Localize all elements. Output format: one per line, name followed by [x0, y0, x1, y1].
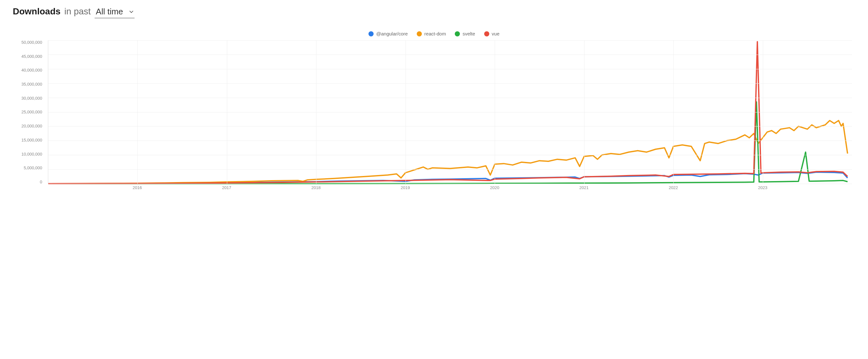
series-line-vue[interactable] [48, 41, 847, 184]
x-axis: 20162017201820192020202120222023 [48, 185, 852, 194]
gridline-horizontal [48, 40, 852, 40]
time-range-dropdown[interactable]: All time [95, 7, 134, 18]
legend-label: svelte [462, 31, 475, 36]
chart-area: 50,000,00045,000,00040,000,00035,000,000… [13, 40, 855, 194]
legend-label: react-dom [425, 31, 446, 36]
gridline-horizontal [48, 69, 852, 69]
legend-label: @angular/core [376, 31, 408, 36]
legend-dot-icon [455, 31, 460, 36]
title-sub: in past [64, 6, 91, 17]
x-tick-label: 2021 [580, 185, 589, 190]
legend-item-angular[interactable]: @angular/core [369, 31, 408, 36]
x-tick-label: 2017 [222, 185, 231, 190]
y-tick-label: 0 [40, 180, 42, 184]
y-tick-label: 10,000,000 [22, 152, 42, 156]
y-tick-label: 5,000,000 [24, 166, 42, 170]
legend-dot-icon [484, 31, 489, 36]
legend-item-svelte[interactable]: svelte [455, 31, 475, 36]
chart-legend: @angular/core react-dom svelte vue [13, 31, 855, 36]
x-tick-label: 2022 [669, 185, 678, 190]
gridline-horizontal [48, 155, 852, 155]
x-tick-label: 2019 [401, 185, 410, 190]
x-tick-label: 2018 [311, 185, 320, 190]
gridline-horizontal [48, 98, 852, 98]
legend-dot-icon [417, 31, 422, 36]
series-line-svelte[interactable] [48, 102, 847, 184]
legend-item-react-dom[interactable]: react-dom [417, 31, 446, 36]
y-tick-label: 30,000,000 [22, 96, 42, 100]
title-strong: Downloads [13, 6, 60, 17]
legend-item-vue[interactable]: vue [484, 31, 499, 36]
y-tick-label: 25,000,000 [22, 110, 42, 114]
gridline-horizontal [48, 140, 852, 141]
y-axis: 50,000,00045,000,00040,000,00035,000,000… [13, 40, 45, 184]
gridline-horizontal [48, 169, 852, 170]
y-tick-label: 20,000,000 [22, 124, 42, 128]
y-tick-label: 50,000,000 [22, 40, 42, 44]
y-tick-label: 45,000,000 [22, 54, 42, 59]
chart-header: Downloads in past All time [13, 6, 855, 18]
chevron-down-icon [129, 10, 133, 13]
gridline-horizontal [48, 112, 852, 112]
x-tick-label: 2023 [758, 185, 767, 190]
legend-label: vue [492, 31, 499, 36]
gridline-horizontal [48, 55, 852, 55]
plot-region[interactable] [48, 40, 852, 184]
y-tick-label: 15,000,000 [22, 138, 42, 142]
x-tick-label: 2016 [133, 185, 142, 190]
gridline-horizontal [48, 126, 852, 127]
legend-dot-icon [369, 31, 374, 36]
y-tick-label: 40,000,000 [22, 68, 42, 72]
gridline-horizontal [48, 184, 852, 184]
dropdown-value: All time [96, 7, 123, 17]
y-tick-label: 35,000,000 [22, 82, 42, 86]
x-tick-label: 2020 [490, 185, 499, 190]
